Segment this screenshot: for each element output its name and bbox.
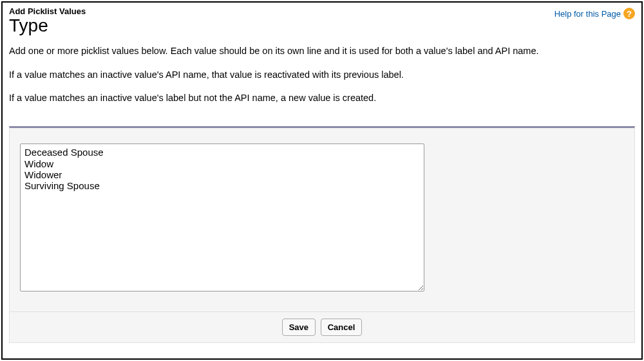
help-link-wrap: Help for this Page ?: [554, 6, 635, 19]
page-container: Add Picklist Values Type Help for this P…: [1, 1, 643, 360]
breadcrumb: Add Picklist Values: [9, 6, 86, 16]
help-icon[interactable]: ?: [623, 8, 635, 19]
description-line-1: Add one or more picklist values below. E…: [9, 45, 635, 57]
save-button[interactable]: Save: [282, 319, 316, 336]
page-header: Add Picklist Values Type Help for this P…: [3, 3, 641, 36]
form-panel: [9, 126, 635, 311]
description-line-3: If a value matches an inactive value's l…: [9, 92, 635, 104]
button-bar: Save Cancel: [9, 311, 635, 343]
cancel-button[interactable]: Cancel: [321, 319, 363, 336]
header-left: Add Picklist Values Type: [9, 6, 86, 36]
help-link[interactable]: Help for this Page: [554, 9, 621, 19]
description-area: Add one or more picklist values below. E…: [3, 36, 641, 123]
description-line-2: If a value matches an inactive value's A…: [9, 69, 635, 81]
picklist-values-textarea[interactable]: [20, 143, 424, 292]
page-title: Type: [9, 16, 86, 36]
